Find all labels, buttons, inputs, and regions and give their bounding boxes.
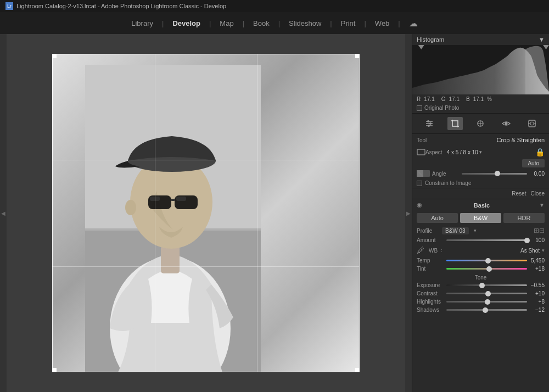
- crop-tool-icon[interactable]: [447, 117, 463, 130]
- svg-point-20: [428, 125, 430, 127]
- histogram-section: Histogram ▼: [412, 34, 549, 113]
- angle-slider-track[interactable]: [462, 173, 527, 175]
- basic-section-header[interactable]: ◉ Basic ▼: [412, 199, 549, 211]
- nav-develop[interactable]: Develop: [164, 12, 209, 34]
- cloud-sync-icon[interactable]: ☁: [400, 12, 427, 34]
- auto-mode-button[interactable]: Auto: [417, 213, 458, 223]
- wb-value[interactable]: As Shot: [520, 248, 540, 254]
- amount-slider-thumb[interactable]: [524, 238, 530, 243]
- histogram-header: Histogram ▼: [412, 34, 549, 45]
- angle-slider-row: Angle 0.00: [412, 169, 549, 178]
- adjustments-tool-icon[interactable]: [422, 117, 437, 130]
- histogram-collapse-icon[interactable]: ▼: [539, 36, 545, 43]
- temp-slider-thumb[interactable]: [485, 258, 491, 264]
- crop-handle-tr[interactable]: [355, 54, 360, 58]
- wb-label: WB: [429, 248, 438, 254]
- contrast-slider-track[interactable]: [446, 293, 527, 294]
- auto-button-row: Auto: [412, 158, 549, 169]
- constrain-checkbox[interactable]: [417, 181, 422, 186]
- tool-name-value: Crop & Straighten: [497, 137, 545, 143]
- top-nav: Library | Develop | Map | Book | Slidesh…: [0, 12, 549, 34]
- histogram-title: Histogram: [417, 36, 444, 43]
- nav-slideshow[interactable]: Slideshow: [280, 12, 330, 34]
- wb-dropdown-icon[interactable]: ▾: [542, 248, 545, 253]
- exposure-slider-thumb[interactable]: [479, 283, 485, 288]
- nav-book[interactable]: Book: [244, 12, 278, 34]
- r-value: 17.1: [424, 96, 434, 102]
- temp-label: Temp: [417, 257, 444, 264]
- close-crop-button[interactable]: Close: [530, 191, 545, 197]
- wb-dropper-icon[interactable]: 🖉: [417, 246, 424, 255]
- tool-row: Tool Crop & Straighten: [412, 134, 549, 146]
- tool-icons-row: [412, 113, 549, 134]
- lock-icon[interactable]: 🔒: [535, 148, 545, 156]
- svg-rect-29: [417, 149, 425, 155]
- tint-slider-thumb[interactable]: [486, 266, 492, 272]
- crop-handle-bl[interactable]: [52, 368, 57, 372]
- highlights-slider-thumb[interactable]: [485, 299, 490, 305]
- reset-close-row: Reset Close: [412, 188, 549, 199]
- tint-slider-track[interactable]: [446, 268, 527, 270]
- nav-print[interactable]: Print: [332, 12, 365, 34]
- histogram-canvas: [412, 45, 549, 94]
- highlights-slider-track[interactable]: [446, 301, 527, 303]
- profile-value[interactable]: B&W 03: [442, 227, 469, 234]
- angle-slider-thumb[interactable]: [495, 171, 500, 176]
- aspect-icon: [417, 148, 425, 156]
- b-value: 17.1: [473, 96, 484, 102]
- contrast-slider-thumb[interactable]: [485, 291, 491, 296]
- basic-collapse-icon[interactable]: ▼: [539, 202, 545, 208]
- original-photo-row: Original Photo: [412, 104, 549, 113]
- nav-map[interactable]: Map: [211, 12, 242, 34]
- amount-label: Amount: [417, 237, 444, 243]
- photo-canvas: [7, 34, 405, 392]
- shadows-slider-thumb[interactable]: [483, 307, 488, 313]
- svg-rect-10: [150, 197, 160, 201]
- right-panel-collapse[interactable]: ▶: [405, 34, 412, 392]
- window-title: Lightroom Catalog-2-v13.lrcat - Adobe Ph…: [16, 3, 226, 9]
- basic-visibility-icon[interactable]: ◉: [417, 201, 422, 209]
- nav-library[interactable]: Library: [122, 12, 162, 34]
- reset-crop-button[interactable]: Reset: [512, 191, 526, 197]
- basic-section-title: Basic: [474, 202, 490, 209]
- left-panel-collapse[interactable]: ◀: [0, 34, 7, 392]
- shadows-slider-track[interactable]: [446, 309, 527, 311]
- shadows-value: −12: [529, 307, 545, 313]
- tint-slider-row: Tint +18: [412, 265, 549, 273]
- exposure-slider-track[interactable]: [446, 284, 527, 286]
- crop-handle-br[interactable]: [355, 368, 360, 372]
- contrast-label: Contrast: [417, 290, 444, 296]
- photo-subject: [85, 65, 261, 372]
- photo-image: [52, 54, 360, 372]
- main-area: ◀: [0, 34, 549, 392]
- masking-tool-icon[interactable]: [524, 117, 540, 130]
- svg-marker-14: [543, 45, 549, 49]
- aspect-value[interactable]: 4 x 5 / 8 x 10: [447, 149, 478, 155]
- tint-value: +18: [529, 266, 545, 272]
- tone-header: Tone: [412, 273, 549, 281]
- crop-handle-tl[interactable]: [52, 54, 57, 58]
- hdr-mode-button[interactable]: HDR: [503, 213, 545, 223]
- healing-tool-icon[interactable]: [473, 117, 488, 130]
- auto-button[interactable]: Auto: [522, 159, 545, 167]
- histogram-chart: [412, 45, 549, 94]
- original-photo-checkbox[interactable]: [417, 105, 422, 111]
- temp-slider-track[interactable]: [446, 260, 527, 261]
- svg-point-19: [429, 122, 432, 125]
- svg-marker-13: [418, 45, 424, 49]
- crop-tool-panel: Tool Crop & Straighten Aspect 4 x 5 / 8 …: [412, 134, 549, 199]
- redeye-tool-icon[interactable]: [498, 117, 514, 130]
- bw-mode-button[interactable]: B&W: [460, 213, 501, 223]
- svg-point-12: [125, 200, 136, 215]
- angle-icon: [417, 170, 430, 177]
- nav-web[interactable]: Web: [366, 12, 399, 34]
- amount-slider-track[interactable]: [446, 239, 527, 241]
- contrast-value: +10: [529, 290, 545, 296]
- profile-icons[interactable]: ⊞⊟: [534, 227, 545, 234]
- profile-dropdown-icon[interactable]: ▾: [474, 228, 477, 233]
- constrain-row: Constrain to Image: [412, 178, 549, 188]
- shadows-slider-row: Shadows −12: [412, 306, 549, 314]
- aspect-dropdown-icon[interactable]: ▾: [479, 149, 482, 155]
- angle-label: Angle: [432, 171, 460, 177]
- highlights-label: Highlights: [417, 299, 444, 305]
